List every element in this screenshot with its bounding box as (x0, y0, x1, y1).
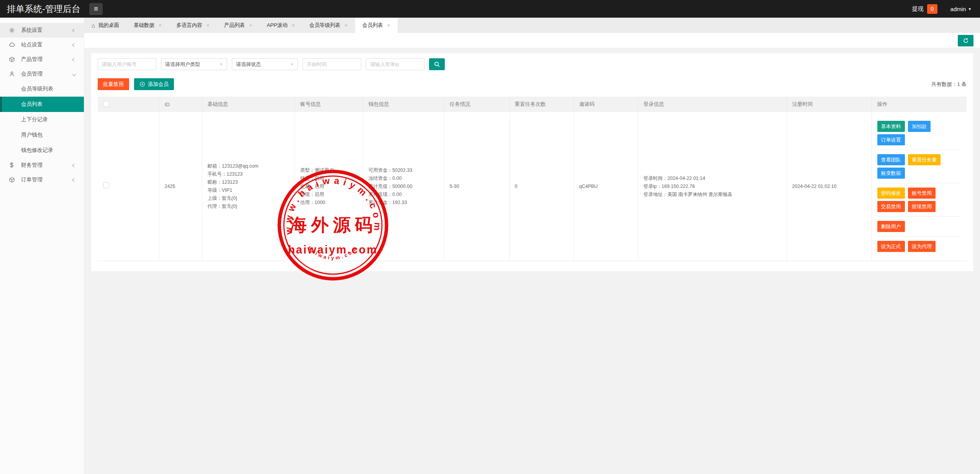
delete-user-button[interactable]: 删除用户 (877, 221, 905, 232)
view-team-button[interactable]: 查看团队 (877, 154, 905, 165)
cell-wallet-info: 可用资金：50202.33 冻结资金：0.00 累计充值：50000.00 累计… (363, 112, 444, 261)
disable-account-button[interactable]: 账号禁用 (908, 188, 936, 199)
chevron-down-icon: ▾ (969, 7, 971, 12)
sidebar-item-finance-management[interactable]: $ 财务管理 (0, 158, 84, 173)
sidebar-item-site-settings[interactable]: 站点设置 (0, 38, 84, 52)
app-title: 排单系统-管理后台 (0, 3, 84, 15)
tab-product-list[interactable]: 产品列表 × (217, 18, 259, 33)
chevron-down-icon: ▼ (220, 63, 223, 66)
account-input[interactable] (98, 58, 156, 70)
filter-bar: 请选择用户类型 ▼ 请选择状态 ▼ (98, 58, 967, 70)
close-icon[interactable]: × (159, 22, 162, 28)
user-type-select[interactable]: 请选择用户类型 ▼ (161, 58, 227, 70)
tab-basic-data[interactable]: 基础数据 × (126, 18, 169, 33)
user-icon (8, 71, 15, 77)
cell-basic-info: 邮箱：123123@qq.com 手机号：123123 昵称：123123 等级… (202, 112, 295, 261)
add-member-button[interactable]: 添加会员 (134, 78, 174, 90)
col-register-time: 注册时间 (787, 97, 872, 112)
search-button[interactable] (429, 58, 445, 70)
col-basic-info: 基础信息 (202, 97, 295, 112)
chevron-left-icon (72, 58, 76, 61)
action-group: 删除用户 (877, 216, 962, 236)
balance-change-data-button[interactable]: 账变数据 (877, 168, 905, 179)
action-group: 设为正式 设为代理 (877, 236, 962, 256)
disable-trade-button[interactable]: 交易禁用 (877, 201, 905, 212)
content-toolbar (84, 33, 980, 48)
hamburger-menu-icon[interactable]: ≡ (89, 3, 103, 15)
close-icon[interactable]: × (249, 22, 252, 28)
dollar-icon: $ (8, 162, 15, 169)
tab-app-scroll[interactable]: APP滚动 × (259, 18, 302, 33)
status-select[interactable]: 请选择状态 ▼ (232, 58, 298, 70)
tab-member-list[interactable]: 会员列表 × (355, 18, 398, 33)
start-time-input[interactable] (303, 58, 361, 70)
cell-id: 2425 (159, 112, 202, 261)
sidebar-item-member-level-list[interactable]: 会员等级列表 (0, 81, 84, 97)
sidebar-item-updown-records[interactable]: 上下分记录 (0, 112, 84, 127)
select-all-checkbox[interactable] (103, 101, 109, 107)
chevron-left-icon (72, 178, 76, 182)
member-table: ID 基础信息 账号信息 钱包信息 任务情况 重置任务次数 邀请码 登录信息 注… (98, 97, 967, 261)
change-password-button[interactable]: 密码修改 (877, 188, 905, 199)
cell-task-status: 5-30 (444, 112, 509, 261)
sidebar-item-wallet-modify-records[interactable]: 钱包修改记录 (0, 143, 84, 158)
close-icon[interactable]: × (387, 22, 390, 28)
cell-reset-task-count: 0 (509, 112, 574, 261)
tab-multilang-content[interactable]: 多语言内容 × (169, 18, 217, 33)
action-group: 查看团队 重置任务量 账变数据 (877, 150, 962, 183)
close-icon[interactable]: × (206, 22, 210, 28)
action-group: 密码修改 账号禁用 交易禁用 提现禁用 (877, 183, 962, 216)
username: admin (951, 6, 966, 12)
cell-register-time: 2024-04-22 01:02:10 (787, 112, 872, 261)
withdraw-label: 提现 (912, 5, 924, 13)
sidebar-item-system-settings[interactable]: 系统设置 (0, 23, 84, 38)
chevron-down-icon (72, 72, 76, 76)
col-reset-task-count: 重置任务次数 (509, 97, 574, 112)
cube-icon (8, 56, 15, 63)
add-deduct-funds-button[interactable]: 加扣款 (908, 121, 931, 132)
cell-account-info: 类型：测试用户 状态：启用 交易：启用 提现：启用 信用：1000 (295, 112, 363, 261)
cell-login-info: 登录时间：2024-04-22 01:14 登录ip：169.150.222.7… (638, 112, 787, 261)
disable-withdraw-button[interactable]: 提现禁用 (908, 201, 936, 212)
total-count-label: 共有数据：1 条 (931, 81, 967, 88)
refresh-icon (963, 38, 969, 44)
row-checkbox[interactable] (103, 182, 109, 188)
cell-actions: 基本资料 加扣款 订单设置 查看团队 重置任务量 账变数据 密码修改 (872, 112, 967, 261)
col-invite-code: 邀请码 (574, 97, 638, 112)
tab-member-level-list[interactable]: 会员等级列表 × (302, 18, 355, 33)
chevron-left-icon (72, 28, 76, 32)
sidebar: 系统设置 站点设置 产品管理 会员管理 会员等级列表 (0, 18, 84, 474)
user-menu[interactable]: admin ▾ (951, 6, 971, 12)
set-official-button[interactable]: 设为正式 (877, 241, 905, 252)
chevron-down-icon: ▼ (290, 63, 294, 66)
table-header-row: ID 基础信息 账号信息 钱包信息 任务情况 重置任务次数 邀请码 登录信息 注… (98, 97, 967, 112)
chevron-left-icon (72, 43, 76, 47)
order-settings-button[interactable]: 订单设置 (877, 134, 905, 145)
close-icon[interactable]: × (344, 22, 347, 28)
close-icon[interactable]: × (292, 22, 295, 28)
batch-disable-button[interactable]: 批量禁用 (98, 78, 129, 90)
sidebar-item-member-list[interactable]: 会员列表 (0, 97, 84, 112)
col-wallet-info: 钱包信息 (363, 97, 444, 112)
sidebar-item-product-management[interactable]: 产品管理 (0, 52, 84, 67)
withdraw-menu[interactable]: 提现 0 (912, 4, 937, 14)
home-icon: ⌂ (92, 22, 95, 29)
tab-my-desktop[interactable]: ⌂ 我的桌面 (84, 18, 126, 33)
col-task-status: 任务情况 (444, 97, 509, 112)
sidebar-item-order-management[interactable]: 订单管理 (0, 173, 84, 187)
sidebar-item-member-management[interactable]: 会员管理 (0, 67, 84, 81)
login-ip-input[interactable] (366, 58, 424, 70)
set-agent-button[interactable]: 设为代理 (908, 241, 936, 252)
basic-profile-button[interactable]: 基本资料 (877, 121, 905, 132)
refresh-button[interactable] (958, 35, 973, 46)
top-header: 排单系统-管理后台 ≡ 提现 0 admin ▾ (0, 0, 980, 18)
search-icon (434, 61, 440, 67)
withdraw-count-badge: 0 (927, 4, 937, 14)
col-login-info: 登录信息 (638, 97, 787, 112)
reset-task-quota-button[interactable]: 重置任务量 (908, 154, 941, 165)
bulk-actions-row: 批量禁用 添加会员 共有数据：1 条 (98, 78, 967, 90)
gear-icon (8, 27, 15, 34)
plus-circle-icon (139, 81, 145, 87)
sidebar-item-user-wallet[interactable]: 用户钱包 (0, 127, 84, 143)
tab-bar: ⌂ 我的桌面 基础数据 × 多语言内容 × 产品列表 × APP滚动 × 会员等… (84, 18, 980, 33)
